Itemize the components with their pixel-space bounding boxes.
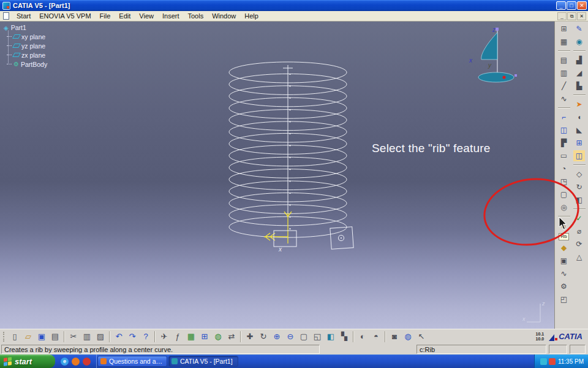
compass-edge-handle[interactable] — [514, 74, 517, 77]
cut-icon[interactable]: ✂ — [67, 331, 80, 342]
chamfer-icon[interactable]: ◣ — [573, 125, 585, 136]
pan-icon[interactable]: ✚ — [244, 331, 256, 342]
pad-tool-icon[interactable]: ▟ — [573, 55, 585, 66]
analysis-icon[interactable]: △ — [573, 251, 585, 263]
multi-pad-icon[interactable]: ▙ — [573, 80, 585, 91]
shaft-icon[interactable]: ◔ — [558, 163, 570, 174]
translate-icon[interactable]: ◇ — [573, 169, 585, 180]
compass[interactable]: z x y — [466, 25, 522, 86]
compass-top-handle[interactable] — [496, 28, 499, 31]
command-input[interactable]: c:Rib — [417, 345, 546, 354]
zoom-out-icon[interactable]: ⊖ — [284, 331, 296, 342]
mdi-restore-button[interactable]: ⧉ — [567, 12, 576, 20]
maximize-button[interactable]: □ — [567, 1, 576, 10]
globe-icon[interactable]: ◍ — [402, 331, 414, 342]
tree-item-zx-plane[interactable]: zx plane — [7, 50, 47, 59]
mdi-close-button[interactable]: ✕ — [577, 12, 586, 20]
exchange-icon[interactable]: ⇄ — [225, 331, 238, 342]
fit-all-icon[interactable]: ▢ — [298, 331, 310, 342]
select-arrow-icon[interactable]: ➤ — [573, 99, 585, 110]
positioned-sketch-icon[interactable]: ◫ — [558, 125, 570, 136]
menu-item-help[interactable]: Help — [240, 12, 263, 20]
rotate-view-icon[interactable]: ↻ — [257, 331, 270, 342]
fillet-icon[interactable]: ◖ — [573, 112, 585, 123]
rib-icon[interactable]: ∩ — [558, 220, 570, 231]
camera-icon[interactable]: ◙ — [388, 331, 401, 342]
structure-icon[interactable]: ⊞ — [198, 331, 211, 342]
viewport-3d[interactable]: x ◈ Part1 xy planeyz planezx plane⚙PartB… — [0, 21, 554, 329]
new-document-icon[interactable]: ▯ — [9, 331, 21, 342]
print-icon[interactable]: ▤ — [49, 331, 61, 342]
image-grid-icon[interactable]: ▦ — [185, 331, 197, 342]
menu-item-view[interactable]: View — [135, 12, 158, 20]
measure-icon[interactable]: ⌀ — [573, 226, 585, 237]
close-button[interactable]: ✕ — [577, 1, 587, 10]
groove-icon[interactable]: ◳ — [558, 176, 570, 187]
menu-item-file[interactable]: File — [96, 12, 115, 20]
alert-tray-icon[interactable] — [549, 358, 556, 365]
save-icon[interactable]: ▣ — [36, 331, 48, 342]
paste-icon[interactable]: ▨ — [94, 331, 107, 342]
copy-icon[interactable]: ▥ — [81, 331, 93, 342]
network-tray-icon[interactable] — [540, 358, 547, 365]
document-icon[interactable] — [3, 12, 9, 20]
workbench-icon[interactable]: ◉ — [573, 36, 585, 47]
pocket-icon[interactable]: ▭ — [558, 150, 570, 161]
menu-item-enovia-v5-vpm[interactable]: ENOVIA V5 VPM — [35, 12, 95, 20]
menu-item-edit[interactable]: Edit — [115, 12, 135, 20]
mirror-icon[interactable]: ◫ — [573, 150, 585, 161]
hidden-line-icon[interactable]: ◓ — [370, 331, 382, 342]
curve-icon[interactable]: ∿ — [558, 93, 570, 104]
slot-icon[interactable]: ▢ — [558, 189, 570, 200]
menu-item-start[interactable]: Start — [12, 12, 35, 20]
pattern-icon[interactable]: ⊞ — [573, 137, 585, 148]
section-view-icon[interactable]: ▥ — [558, 67, 570, 79]
normal-view-icon[interactable]: ◱ — [311, 331, 323, 342]
fly-mode-icon[interactable]: ✈ — [158, 331, 170, 342]
mdi-minimize-button[interactable]: _ — [557, 12, 567, 20]
line-icon[interactable]: ╱ — [558, 80, 570, 91]
iso-view-icon[interactable]: ◧ — [325, 331, 337, 342]
rotate-tool-icon[interactable]: ↻ — [573, 182, 585, 193]
formula-icon[interactable]: ƒ — [172, 331, 184, 342]
update-icon[interactable]: ⟳ — [573, 239, 585, 250]
tree-item-xy-plane[interactable]: xy plane — [7, 32, 47, 41]
taskbar-task-questions-and-answe[interactable]: Questions and answe... — [97, 356, 167, 367]
tree-item-partbody[interactable]: ⚙PartBody — [7, 59, 47, 69]
redo-icon[interactable]: ↷ — [126, 331, 138, 342]
profile-icon[interactable]: ⌐ — [558, 112, 570, 123]
points-grid-icon[interactable]: ▦ — [558, 36, 570, 47]
start-button[interactable]: start — [0, 355, 55, 368]
zoom-in-icon[interactable]: ⊕ — [271, 331, 283, 342]
multi-view-icon[interactable]: ▚ — [338, 331, 350, 342]
undo-icon[interactable]: ↶ — [113, 331, 125, 342]
firefox-icon[interactable] — [72, 358, 80, 366]
hole-icon[interactable]: ◎ — [558, 202, 570, 213]
stiffener-icon[interactable]: ◆ — [558, 242, 570, 253]
pointer-icon[interactable]: ↖ — [415, 331, 428, 342]
menu-item-tools[interactable]: Tools — [183, 12, 208, 20]
sketcher-icon[interactable]: ✎ — [573, 23, 585, 34]
pad-icon[interactable]: ▛ — [558, 137, 570, 148]
open-icon[interactable]: ▱ — [22, 331, 34, 342]
box-view-icon[interactable]: ▤ — [558, 55, 570, 66]
menu-item-window[interactable]: Window — [208, 12, 240, 20]
tree-root-part1[interactable]: ◈ Part1 — [4, 23, 47, 32]
shading-icon[interactable]: ◐ — [356, 331, 369, 342]
multi-section-icon[interactable]: ▣ — [558, 255, 570, 266]
symmetry-icon[interactable]: ◧ — [573, 194, 585, 205]
messenger-icon[interactable] — [83, 358, 91, 366]
taskbar-task-catia-v5-part1[interactable]: CATIA V5 - [Part1] — [168, 356, 238, 367]
thread-icon[interactable]: ∿ — [558, 268, 570, 279]
world-icon[interactable]: ◍ — [212, 331, 224, 342]
apply-icon[interactable]: ✓ — [573, 213, 585, 224]
boolean-icon[interactable]: ⚙ — [558, 281, 570, 292]
minimize-button[interactable]: _ — [556, 1, 566, 10]
tree-item-yz-plane[interactable]: yz plane — [7, 41, 47, 50]
help-icon[interactable]: ? — [140, 331, 152, 342]
menu-item-insert[interactable]: Insert — [158, 12, 184, 20]
drafted-pad-icon[interactable]: ◢ — [573, 67, 585, 79]
plane-grid-icon[interactable]: ⊞ — [558, 23, 570, 34]
compass-free-rotation-handle[interactable] — [502, 75, 505, 79]
shell-icon[interactable]: ◰ — [558, 294, 570, 305]
